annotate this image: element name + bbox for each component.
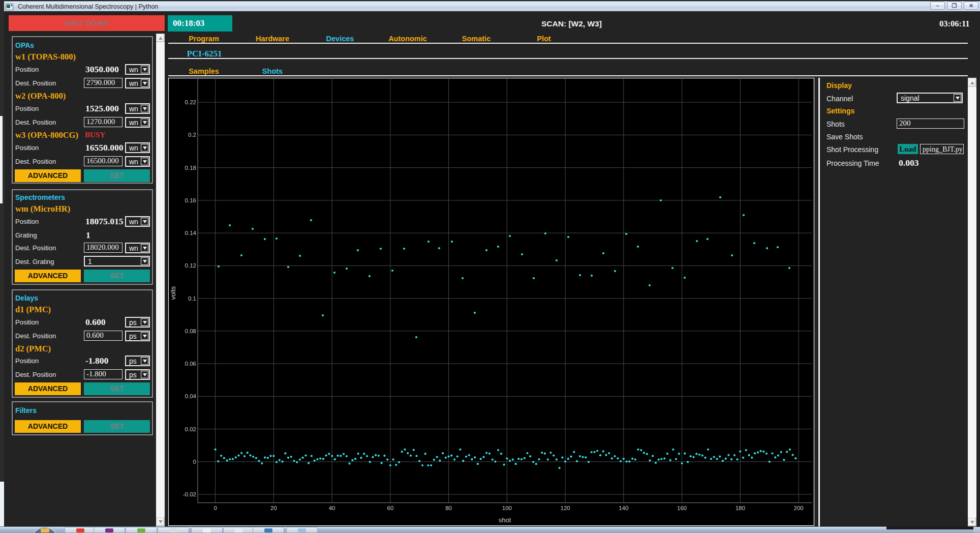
svg-text:0.12: 0.12 xyxy=(185,262,196,269)
svg-text:180: 180 xyxy=(736,505,745,511)
svg-text:140: 140 xyxy=(619,505,628,511)
svg-text:0.1: 0.1 xyxy=(188,295,196,302)
svg-text:120: 120 xyxy=(561,505,570,511)
svg-text:0.06: 0.06 xyxy=(185,361,196,367)
svg-text:0: 0 xyxy=(193,459,196,465)
svg-text:0.18: 0.18 xyxy=(185,165,196,171)
svg-text:80: 80 xyxy=(445,505,452,511)
svg-text:20: 20 xyxy=(270,505,277,511)
svg-text:60: 60 xyxy=(387,505,394,511)
svg-text:160: 160 xyxy=(677,505,687,511)
svg-text:100: 100 xyxy=(502,505,512,511)
svg-text:0.14: 0.14 xyxy=(185,230,197,236)
svg-text:0.16: 0.16 xyxy=(185,197,196,203)
svg-text:shot: shot xyxy=(499,516,511,524)
svg-text:0.22: 0.22 xyxy=(185,99,196,105)
svg-text:0.02: 0.02 xyxy=(185,426,196,432)
svg-text:200: 200 xyxy=(794,505,804,511)
svg-text:-0.02: -0.02 xyxy=(183,491,196,497)
svg-text:0.04: 0.04 xyxy=(185,393,197,399)
svg-text:40: 40 xyxy=(329,505,335,511)
svg-text:0.08: 0.08 xyxy=(185,328,196,334)
svg-text:volts: volts xyxy=(169,286,177,300)
svg-text:0.2: 0.2 xyxy=(188,132,196,138)
svg-text:0: 0 xyxy=(213,505,217,511)
